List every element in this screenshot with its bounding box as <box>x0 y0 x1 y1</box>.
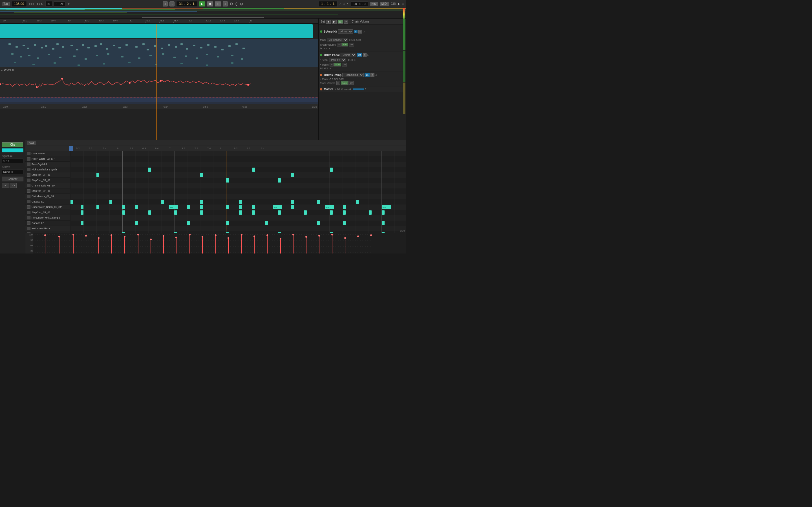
track-row-small[interactable] <box>0 97 318 104</box>
svg-rect-140 <box>135 205 138 209</box>
rph-back[interactable]: ◀ <box>326 20 331 24</box>
rph-view2[interactable]: ≡ <box>344 20 348 24</box>
in-auto-off3: In Auto Off <box>336 81 354 85</box>
nav-buttons: << >> <box>2 183 23 188</box>
off-btn[interactable]: Off <box>349 43 354 47</box>
drum-pad[interactable] <box>27 227 31 230</box>
auto-btn3[interactable]: Auto <box>341 81 348 85</box>
track-row-automation[interactable]: ... Drums R <box>0 67 318 97</box>
drum-pad[interactable] <box>27 221 31 225</box>
channel-select[interactable]: All Channel <box>327 38 348 42</box>
svg-rect-7 <box>52 48 54 50</box>
add3-button[interactable]: + <box>223 1 228 6</box>
menu-icon[interactable]: ≡ <box>402 2 404 6</box>
auto-btn[interactable]: Auto <box>342 43 348 47</box>
midi-button[interactable]: MIDI <box>380 2 389 6</box>
active-dot4 <box>320 88 322 91</box>
svg-rect-173 <box>81 221 84 225</box>
transport-left: Tap 136.00 |||||||| 4 / 4 ◎ 1 Bar ▼ <box>2 1 160 7</box>
time-sig-display[interactable]: 4 / 4 <box>36 2 44 6</box>
drum-pad[interactable] <box>27 205 31 209</box>
drum-pad[interactable] <box>27 168 31 171</box>
auto-btn2[interactable]: Auto <box>334 63 341 66</box>
drum-pad[interactable] <box>27 211 31 214</box>
add-button[interactable]: + <box>163 1 168 6</box>
track-row-midi[interactable] <box>0 39 318 67</box>
velocity-area: 127 96 64 32 1 <box>26 233 406 253</box>
position-marker <box>69 146 73 151</box>
groove-val: None <box>3 170 10 173</box>
vel-labels: 127 96 64 32 1 <box>26 233 34 253</box>
drum-row-kick: Kick tonal Mkit 1 synth <box>26 167 70 172</box>
bpm-display[interactable]: 136.00 <box>11 1 27 7</box>
overview-scroll-indicator[interactable] <box>142 17 264 18</box>
ruler-mark: 32 <box>189 19 192 22</box>
ruler-mark: 32.3 <box>220 19 225 22</box>
drum-pad[interactable] <box>27 163 31 166</box>
drum-pad[interactable] <box>27 173 31 177</box>
bar-size-display[interactable]: 1 Bar <box>54 1 65 6</box>
device-number: 9 <box>354 30 357 33</box>
svg-rect-34 <box>229 45 231 47</box>
in-btn2[interactable]: In <box>329 63 334 66</box>
svg-rect-49 <box>149 55 152 56</box>
play-button[interactable]: ▶ <box>199 1 205 6</box>
svg-rect-32 <box>214 46 216 48</box>
postfx-select[interactable]: Post FX <box>329 58 346 62</box>
off-btn3[interactable]: Off <box>349 81 354 85</box>
drum-pad[interactable] <box>27 189 31 193</box>
device-master: Master ii 1/2 Vocals 0 0 <box>319 87 406 92</box>
add2-button[interactable]: → <box>169 1 174 6</box>
clip-button[interactable]: Clip <box>2 142 23 147</box>
rph-fwd[interactable]: ▶ <box>332 20 337 24</box>
in-btn3[interactable]: In <box>336 81 341 85</box>
s-button3[interactable]: S <box>370 73 374 77</box>
mixer-label2: Mixer <box>322 78 328 80</box>
fold-button[interactable]: Fold <box>27 141 36 145</box>
groove-value[interactable]: None ⚙ <box>2 170 23 174</box>
drum-row-instr: Instrument Rack <box>26 226 70 231</box>
drum-grid[interactable]: Ste Ste Ste Ste <box>70 151 406 233</box>
svg-rect-125 <box>200 173 203 177</box>
s-button[interactable]: S <box>358 30 362 34</box>
input-select[interactable]: All Ins <box>338 29 353 34</box>
drum-pad[interactable] <box>27 216 31 219</box>
drum-pad[interactable] <box>27 157 31 161</box>
resampling-select[interactable]: Resampling <box>342 73 364 77</box>
drums-dropdown[interactable]: ▼ <box>328 47 331 50</box>
in-btn[interactable]: In <box>337 43 341 47</box>
master-val2: 0 <box>365 88 366 91</box>
time-ruler: 0:50 0:51 0:52 0:53 0:54 0:55 0:56 1/16 <box>0 104 318 109</box>
off-btn2[interactable]: Off <box>342 63 347 66</box>
commit-button[interactable]: Commit <box>2 177 23 181</box>
position-display[interactable]: 31 . 2 . 1 <box>176 1 197 7</box>
svg-rect-168 <box>330 210 333 215</box>
metro-display[interactable]: ◎ <box>45 1 52 6</box>
right-position[interactable]: 1 . 1 . 1 <box>319 1 338 7</box>
key-button[interactable]: Key <box>370 2 378 6</box>
stop-button[interactable]: ■ <box>207 1 213 6</box>
right-panel-header: Set ◀ ▶ ⊞ ≡ Chain Volume <box>319 18 406 25</box>
s-button2[interactable]: S <box>363 53 366 57</box>
track-row-main[interactable] <box>0 24 318 39</box>
drum-pad[interactable] <box>27 200 31 203</box>
svg-rect-2 <box>22 45 25 46</box>
drum-row-cymbal: Cymbal-606 <box>26 151 70 156</box>
record-button[interactable]: ● <box>215 1 221 6</box>
rph-view1[interactable]: ⊞ <box>338 20 343 24</box>
drum-pad[interactable] <box>27 152 31 155</box>
svg-rect-167 <box>304 210 307 215</box>
signature-value[interactable]: 4 / 4 <box>2 159 23 163</box>
drum-pad[interactable] <box>27 179 31 182</box>
svg-rect-21 <box>142 43 145 45</box>
overview-section[interactable] <box>0 8 406 18</box>
nav-next-button[interactable]: >> <box>10 183 17 188</box>
svg-rect-127 <box>226 178 229 182</box>
tap-button[interactable]: Tap <box>2 2 10 6</box>
drum-pad[interactable] <box>27 184 31 187</box>
master-fader[interactable] <box>353 89 364 90</box>
drum-pad[interactable] <box>27 194 31 198</box>
drums-select[interactable]: Drums <box>341 53 356 57</box>
svg-rect-180 <box>382 221 385 225</box>
nav-prev-button[interactable]: << <box>2 183 9 188</box>
